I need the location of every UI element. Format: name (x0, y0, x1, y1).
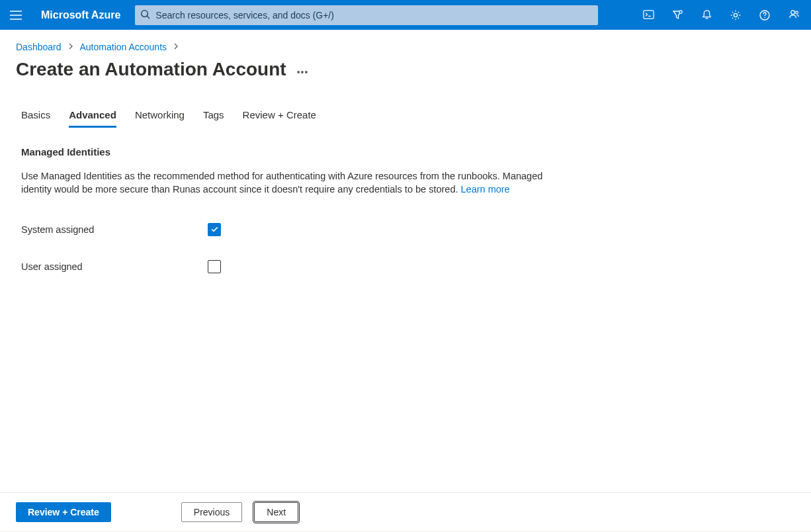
system-assigned-checkbox[interactable] (208, 223, 221, 236)
more-actions-icon[interactable]: ••• (297, 62, 309, 77)
svg-point-3 (679, 10, 682, 13)
system-assigned-label: System assigned (21, 224, 208, 235)
tab-advanced[interactable]: Advanced (69, 104, 116, 128)
user-assigned-label: User assigned (21, 261, 208, 272)
tab-networking[interactable]: Networking (135, 104, 185, 128)
breadcrumb-item-automation-accounts[interactable]: Automation Accounts (80, 42, 167, 52)
page-title: Create an Automation Account (16, 59, 286, 80)
page-title-row: Create an Automation Account ••• (16, 59, 795, 80)
help-icon[interactable] (750, 0, 779, 30)
settings-gear-icon[interactable] (721, 0, 750, 30)
section-description: Use Managed Identities as the recommende… (21, 169, 564, 197)
footer: Review + Create Previous Next (0, 492, 811, 532)
tabs: Basics Advanced Networking Tags Review +… (21, 104, 795, 128)
user-assigned-checkbox[interactable] (208, 260, 221, 273)
top-bar: Microsoft Azure (0, 0, 811, 30)
notifications-icon[interactable] (692, 0, 721, 30)
search-input[interactable] (155, 10, 593, 21)
svg-point-8 (795, 11, 798, 14)
tab-tags[interactable]: Tags (203, 104, 224, 128)
previous-button[interactable]: Previous (181, 502, 242, 522)
cloud-shell-icon[interactable] (634, 0, 663, 30)
breadcrumb-item-dashboard[interactable]: Dashboard (16, 42, 62, 52)
search-box[interactable] (135, 5, 598, 25)
feedback-icon[interactable] (779, 0, 808, 30)
search-icon (140, 9, 150, 21)
svg-point-0 (142, 10, 148, 17)
tab-review-create[interactable]: Review + Create (243, 104, 316, 128)
svg-line-1 (148, 16, 150, 19)
svg-point-4 (734, 13, 737, 17)
directory-filter-icon[interactable] (663, 0, 692, 30)
menu-hamburger-icon[interactable] (0, 0, 32, 30)
chevron-right-icon (68, 42, 73, 52)
breadcrumb: Dashboard Automation Accounts (16, 42, 795, 52)
next-button[interactable]: Next (254, 502, 298, 522)
brand-label[interactable]: Microsoft Azure (32, 9, 135, 21)
top-icons (634, 0, 811, 30)
svg-point-6 (764, 17, 765, 18)
learn-more-link[interactable]: Learn more (461, 184, 510, 195)
svg-rect-2 (643, 11, 653, 19)
tab-basics[interactable]: Basics (21, 104, 50, 128)
section-title: Managed Identities (21, 146, 795, 157)
field-user-assigned: User assigned (21, 260, 795, 273)
field-system-assigned: System assigned (21, 223, 795, 236)
svg-point-7 (790, 11, 794, 15)
review-create-button[interactable]: Review + Create (16, 502, 111, 522)
chevron-right-icon (173, 42, 179, 52)
content: Dashboard Automation Accounts Create an … (0, 30, 811, 273)
